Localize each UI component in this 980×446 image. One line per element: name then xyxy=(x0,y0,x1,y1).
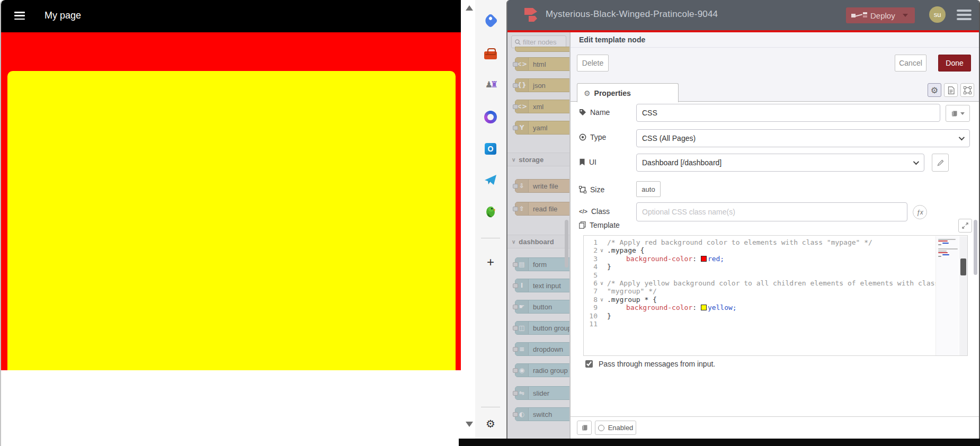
red-color-swatch xyxy=(701,256,707,262)
sidebar-divider xyxy=(481,238,500,238)
tab-properties-icon-button[interactable]: ⚙ xyxy=(928,83,941,97)
size-frame-icon xyxy=(579,186,586,193)
caret-down-icon xyxy=(960,112,965,115)
office-ring-icon[interactable] xyxy=(482,109,499,126)
edit-ui-button[interactable] xyxy=(932,154,949,172)
fold-gutter xyxy=(598,304,606,311)
page-title: My page xyxy=(44,10,81,21)
code-line[interactable]: 8∨.mygroup * { xyxy=(584,296,967,304)
passthrough-label: Pass through messages from input. xyxy=(599,360,715,368)
scroll-up-icon[interactable] xyxy=(466,5,473,11)
copy-pages-icon xyxy=(579,221,586,229)
dialog-tabbar: ⚙ Properties ⚙ xyxy=(571,78,979,102)
ui-select[interactable]: Dashboard [/dashboard] xyxy=(636,154,924,172)
fold-gutter xyxy=(598,255,606,263)
ui-field-label: UI xyxy=(579,158,596,166)
code-line[interactable]: 7"mygroup" */ xyxy=(584,287,967,295)
code-line[interactable]: 10} xyxy=(584,312,967,320)
code-brackets-icon: </> xyxy=(579,208,587,215)
code-line[interactable]: 11 xyxy=(584,320,967,328)
tag-icon[interactable] xyxy=(482,12,499,29)
name-input[interactable] xyxy=(636,104,940,122)
code-line[interactable]: 2∨.mypage { xyxy=(584,246,967,254)
code-line[interactable]: 1/* Apply red background color to elemen… xyxy=(584,238,967,246)
sidebar-divider-bottom xyxy=(481,407,500,407)
menu-icon[interactable] xyxy=(14,12,25,20)
code-line[interactable]: 4} xyxy=(584,263,967,271)
document-icon xyxy=(948,86,955,94)
browser-scrollbar[interactable] xyxy=(461,0,475,434)
deploy-nodes-icon xyxy=(851,12,867,19)
chevron-down-icon xyxy=(913,159,919,165)
dialog-scrollbar[interactable] xyxy=(974,220,977,275)
gear-icon: ⚙ xyxy=(931,85,938,95)
target-icon xyxy=(579,133,586,141)
dialog-toolbar: Delete Cancel Done xyxy=(571,48,979,78)
enabled-toggle-button[interactable]: Enabled xyxy=(595,421,636,435)
done-button[interactable]: Done xyxy=(938,55,971,72)
code-line[interactable]: 6∨/* Apply yellow background color to al… xyxy=(584,279,967,287)
bookmark-icon xyxy=(579,158,585,166)
name-type-select-button[interactable] xyxy=(946,105,970,122)
template-label-row: Template xyxy=(579,221,620,229)
type-select[interactable]: CSS (All Pages) xyxy=(636,129,970,147)
delete-button[interactable]: Delete xyxy=(577,55,609,72)
fold-chevron-icon[interactable]: ∨ xyxy=(598,279,606,287)
deploy-label: Deploy xyxy=(870,11,895,20)
dashboard-preview-window: My page xyxy=(0,0,461,446)
telegram-icon[interactable] xyxy=(482,172,499,189)
mypage-red-background xyxy=(1,32,461,370)
fold-gutter xyxy=(598,263,606,271)
book-icon xyxy=(581,424,588,431)
fold-chevron-icon[interactable]: ∨ xyxy=(598,246,606,254)
editor-scrollbar[interactable] xyxy=(959,236,967,356)
editor-minimap xyxy=(936,236,959,356)
object-frame-icon xyxy=(964,86,972,94)
chess-pieces-icon[interactable]: ♟♜ xyxy=(482,76,499,93)
dialog-title: Edit template node xyxy=(579,35,645,44)
fold-gutter xyxy=(598,312,606,320)
fold-gutter xyxy=(598,287,606,295)
size-auto-button[interactable]: auto xyxy=(636,181,661,197)
code-line[interactable]: 9background-color: yellow; xyxy=(584,304,967,311)
toolbox-icon[interactable] xyxy=(482,45,499,62)
add-sidebar-item-icon[interactable]: + xyxy=(482,254,499,271)
passthrough-checkbox[interactable] xyxy=(585,360,593,368)
tab-properties[interactable]: ⚙ Properties xyxy=(577,83,679,102)
class-field-label: </> Class xyxy=(579,207,610,216)
class-input[interactable] xyxy=(636,202,907,221)
node-red-window: Mysterious-Black-Winged-Pratincole-9044 … xyxy=(506,0,980,441)
main-menu-icon[interactable] xyxy=(957,10,972,20)
fold-gutter xyxy=(598,238,606,246)
outlook-icon[interactable]: O xyxy=(482,140,499,157)
type-field-label: Type xyxy=(579,133,606,141)
template-code-editor[interactable]: 1/* Apply red background color to elemen… xyxy=(583,235,968,356)
screenshot-root: My page ♟♜ O + ⚙ Mysterious-Black- xyxy=(0,0,980,446)
deploy-dropdown-icon[interactable] xyxy=(903,14,908,17)
name-field-label: Name xyxy=(579,108,610,117)
edit-template-dialog: Edit template node Delete Cancel Done ⚙ … xyxy=(570,32,979,441)
tab-appearance-icon-button[interactable] xyxy=(960,83,974,97)
expression-fx-button[interactable]: ƒx xyxy=(913,205,927,219)
cancel-button[interactable]: Cancel xyxy=(895,55,926,72)
dialog-footer: Enabled xyxy=(571,416,979,441)
flowfuse-logo-icon xyxy=(523,7,538,23)
user-avatar[interactable]: su xyxy=(929,6,946,23)
code-line[interactable]: 5 xyxy=(584,271,967,279)
deploy-button[interactable]: Deploy xyxy=(846,7,915,23)
modal-shade-overlay xyxy=(507,32,570,441)
passthrough-row: Pass through messages from input. xyxy=(583,359,715,369)
settings-gear-icon[interactable]: ⚙ xyxy=(482,415,499,432)
code-line[interactable]: 3background-color: red; xyxy=(584,255,967,263)
expand-editor-button[interactable] xyxy=(958,219,972,233)
parrot-icon[interactable] xyxy=(482,203,499,220)
scroll-down-icon[interactable] xyxy=(466,422,473,427)
tag-icon xyxy=(579,109,586,116)
editor-header: Mysterious-Black-Winged-Pratincole-9044 … xyxy=(507,0,979,30)
size-field-label: Size xyxy=(579,185,604,194)
library-button[interactable] xyxy=(577,421,592,435)
fold-chevron-icon[interactable]: ∨ xyxy=(598,296,606,304)
browser-sidebar: ♟♜ O + ⚙ xyxy=(475,0,506,446)
tab-description-icon-button[interactable] xyxy=(944,83,958,97)
chevron-down-icon xyxy=(959,135,965,140)
